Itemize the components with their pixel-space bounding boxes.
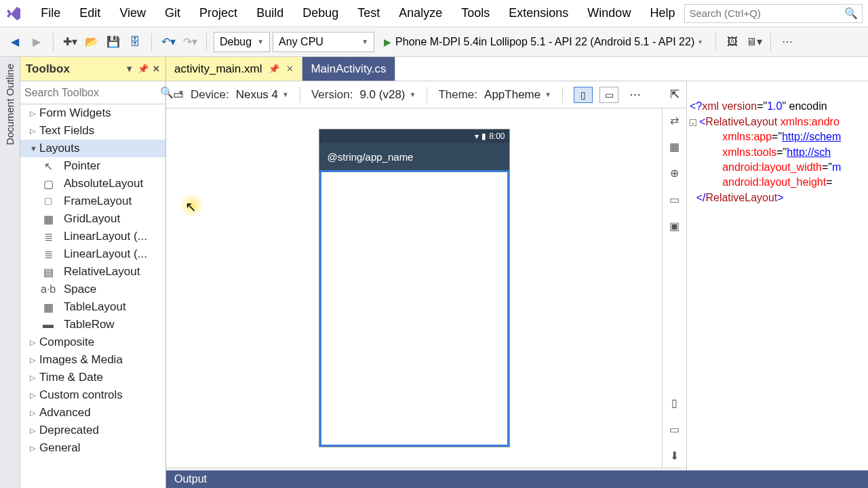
item-framelayout[interactable]: □FrameLayout	[20, 192, 165, 210]
close-icon[interactable]: ✕	[286, 64, 294, 74]
undo-icon[interactable]: ↶▾	[159, 33, 178, 52]
tool-icon-3[interactable]: ⋯	[778, 33, 797, 52]
platform-dropdown[interactable]: Any CPU▼	[273, 32, 374, 52]
menu-view[interactable]: View	[110, 3, 155, 23]
layout-icon: ▤	[41, 266, 56, 279]
item-linearlayout-2[interactable]: ≣LinearLayout (...	[20, 245, 165, 263]
cat-general[interactable]: ▷General	[20, 439, 165, 457]
toolbox-header: Toolbox ▼ 📌 ✕	[20, 57, 165, 81]
tab-activity-main[interactable]: activity_main.xml 📌 ✕	[166, 57, 302, 81]
save-icon[interactable]: 💾	[104, 33, 123, 52]
cat-form-widgets[interactable]: ▷Form Widgets	[20, 104, 165, 122]
pin-icon[interactable]: 📌	[269, 64, 279, 74]
tool-icon[interactable]: ▣	[669, 220, 679, 232]
toolbox-panel: Toolbox ▼ 📌 ✕ 🔍 ▼ ▷Form Widgets ▷Text Fi…	[20, 57, 166, 488]
menu-tools[interactable]: Tools	[452, 3, 499, 23]
landscape-button[interactable]: ▭	[599, 87, 618, 103]
version-dropdown[interactable]: 9.0 (v28)▼	[359, 88, 416, 102]
toolbox-search[interactable]: 🔍 ▼	[20, 81, 165, 104]
panel-dropdown-icon[interactable]: ▼	[125, 64, 134, 74]
design-canvas[interactable]: ↖ ▾ ▮ 8:00 @string/app_name	[166, 108, 662, 468]
cat-text-fields[interactable]: ▷Text Fields	[20, 122, 165, 140]
search-icon: 🔍	[844, 7, 858, 20]
zoom-icon[interactable]: ⊕	[670, 167, 679, 180]
item-tablerow[interactable]: ▬TableRow	[20, 316, 165, 333]
popout-icon[interactable]: ⇱	[670, 87, 679, 102]
cursor-icon: ↖	[185, 199, 197, 215]
grid-icon[interactable]: ▦	[669, 140, 679, 153]
cat-time-date[interactable]: ▷Time & Date	[20, 369, 165, 386]
layout-icon: ▦	[41, 301, 56, 314]
nav-fwd-icon[interactable]: ▶	[27, 33, 46, 52]
item-linearlayout-1[interactable]: ≣LinearLayout (...	[20, 228, 165, 245]
cat-deprecated[interactable]: ▷Deprecated	[20, 422, 165, 439]
new-item-icon[interactable]: ✚▾	[60, 33, 79, 52]
designer-toolbar: ▭ Device: Nexus 4▼ Version: 9.0 (v28)▼ T…	[166, 81, 686, 108]
menu-test[interactable]: Test	[348, 3, 389, 23]
menu-git[interactable]: Git	[155, 3, 190, 23]
device-dropdown[interactable]: Nexus 4▼	[236, 88, 289, 102]
menu-project[interactable]: Project	[190, 3, 247, 23]
tool-icon[interactable]: ▭	[669, 423, 679, 436]
cat-layouts[interactable]: ▼Layouts	[20, 140, 165, 157]
toolbox-title: Toolbox	[26, 62, 70, 76]
item-space[interactable]: a·bSpace	[20, 281, 165, 298]
open-icon[interactable]: 📂	[82, 33, 101, 52]
quick-search[interactable]: 🔍	[684, 4, 863, 23]
cat-composite[interactable]: ▷Composite	[20, 333, 165, 351]
tool-icon[interactable]: ▯	[671, 396, 677, 409]
tab-mainactivity[interactable]: MainActivity.cs	[302, 57, 395, 81]
close-icon[interactable]: ✕	[153, 64, 160, 74]
quick-search-input[interactable]	[689, 7, 844, 19]
refresh-icon[interactable]: ⇄	[670, 114, 679, 127]
phone-status-bar: ▾ ▮ 8:00	[319, 129, 509, 143]
toolbox-search-input[interactable]	[24, 87, 160, 99]
menu-analyze[interactable]: Analyze	[389, 3, 452, 23]
cat-custom-controls[interactable]: ▷Custom controls	[20, 386, 165, 404]
layout-icon: ▦	[41, 213, 56, 226]
document-outline-tab[interactable]: Document Outline	[0, 57, 20, 488]
menu-build[interactable]: Build	[247, 3, 293, 23]
menu-debug[interactable]: Debug	[293, 3, 348, 23]
redo-icon[interactable]: ↷▾	[180, 33, 199, 52]
layout-icon: □	[41, 195, 56, 207]
code-editor[interactable]: <?xml version="1.0" encodin -<RelativeLa…	[686, 81, 868, 488]
nav-back-icon[interactable]: ◀	[5, 33, 24, 52]
portrait-button[interactable]: ▯	[574, 87, 593, 103]
cat-advanced[interactable]: ▷Advanced	[20, 404, 165, 422]
menu-edit[interactable]: Edit	[70, 3, 110, 23]
app-title: @string/app_name	[328, 151, 414, 163]
editor-tabs: activity_main.xml 📌 ✕ MainActivity.cs	[166, 57, 868, 81]
item-gridlayout[interactable]: ▦GridLayout	[20, 210, 165, 228]
tool-icon-2[interactable]: 🖥▾	[745, 33, 764, 52]
phone-content[interactable]	[319, 170, 509, 447]
menu-file[interactable]: File	[31, 3, 70, 23]
save-all-icon[interactable]: 🗄	[125, 33, 144, 52]
designer-right-tools: ⇄ ▦ ⊕ ▭ ▣ ▯ ▭ ⬇	[662, 108, 686, 468]
pin-icon[interactable]: 📌	[138, 64, 149, 74]
output-panel-tab[interactable]: Output	[166, 470, 868, 488]
toolbox-tree: ▷Form Widgets ▷Text Fields ▼Layouts ↖Poi…	[20, 104, 165, 488]
menu-help[interactable]: Help	[640, 3, 684, 23]
item-absolutelayout[interactable]: ▢AbsoluteLayout	[20, 175, 165, 192]
run-button[interactable]: ▶Phone M-DPI 5.4in Lollipop 5.1 - API 22…	[377, 36, 709, 48]
version-label: Version:	[311, 88, 353, 102]
item-relativelayout[interactable]: ▤RelativeLayout	[20, 263, 165, 281]
wifi-icon: ▾	[475, 131, 479, 141]
menu-bar: File Edit View Git Project Build Debug T…	[0, 0, 868, 27]
theme-dropdown[interactable]: AppTheme▼	[484, 88, 551, 102]
device-preview-icon[interactable]: ▭	[173, 87, 184, 102]
item-pointer[interactable]: ↖Pointer	[20, 157, 165, 175]
layout-icon: ≣	[41, 230, 56, 243]
item-tablelayout[interactable]: ▦TableLayout	[20, 298, 165, 316]
more-icon[interactable]: ⋯	[629, 87, 641, 102]
config-dropdown[interactable]: Debug▼	[214, 32, 270, 52]
cat-images-media[interactable]: ▷Images & Media	[20, 351, 165, 369]
menu-window[interactable]: Window	[578, 3, 640, 23]
main-area: Document Outline Toolbox ▼ 📌 ✕ 🔍 ▼ ▷Form…	[0, 57, 868, 488]
menu-extensions[interactable]: Extensions	[499, 3, 578, 23]
tool-icon-1[interactable]: 🖼	[723, 33, 742, 52]
tool-icon[interactable]: ▭	[669, 193, 679, 206]
tool-icon[interactable]: ⬇	[670, 449, 679, 462]
fold-icon[interactable]: -	[690, 119, 696, 126]
